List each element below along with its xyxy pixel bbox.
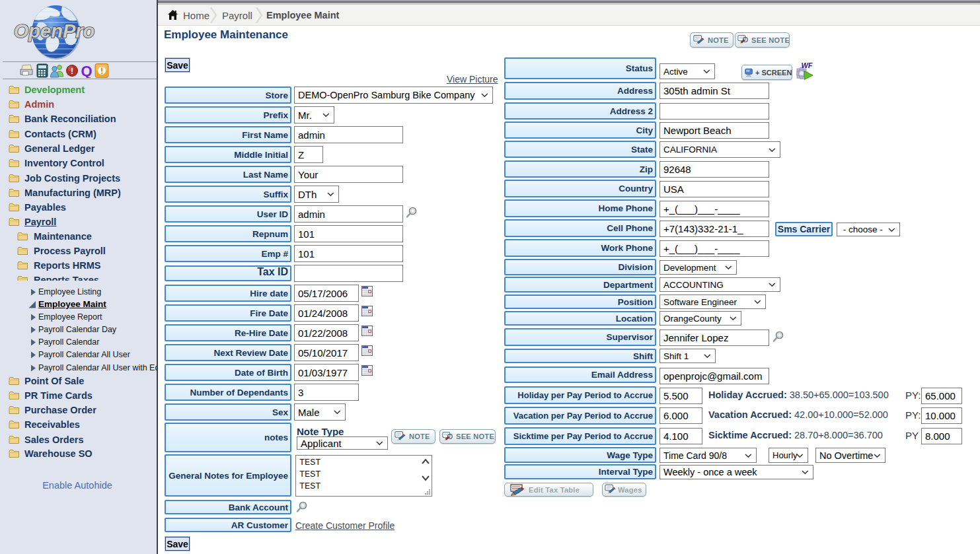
svg-text:Q: Q: [81, 63, 92, 78]
svg-text:!: !: [71, 67, 73, 76]
svg-text:WF: WF: [801, 61, 812, 69]
svg-text:OpenPro: OpenPro: [14, 20, 94, 42]
